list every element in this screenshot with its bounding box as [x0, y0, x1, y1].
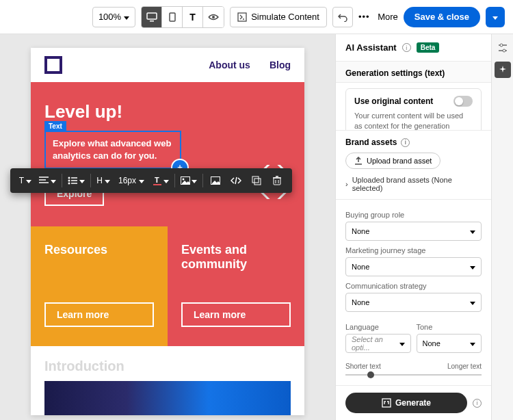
insert-image-button[interactable] — [206, 171, 225, 190]
zoom-select[interactable]: 100% — [92, 7, 135, 27]
text-editor-toolbar: T H 16px T — [10, 168, 292, 193]
svg-point-18 — [183, 179, 185, 181]
cards-row: Resources Learn more Events and communit… — [31, 226, 304, 346]
list-button[interactable] — [65, 171, 88, 190]
image-button[interactable] — [178, 171, 200, 190]
brand-assets-title: Brand assetsi — [345, 137, 482, 147]
svg-point-11 — [68, 180, 70, 182]
beta-badge: Beta — [417, 42, 440, 53]
code-button[interactable] — [226, 171, 246, 190]
ai-assistant-panel: AI Assistant i Beta Generation settings … — [335, 34, 491, 420]
generate-button[interactable]: Generate — [345, 393, 467, 413]
language-label: Language — [345, 323, 411, 331]
right-rail — [491, 34, 513, 420]
align-button[interactable] — [36, 171, 59, 190]
rail-settings-button[interactable] — [495, 40, 511, 56]
logo-icon — [44, 56, 62, 74]
journey-select[interactable]: None — [345, 257, 482, 276]
resources-card: Resources Learn more — [31, 226, 168, 346]
device-group: T — [141, 6, 224, 28]
tone-select[interactable]: None — [417, 334, 482, 353]
font-size-select[interactable]: 16px — [114, 176, 148, 185]
events-title: Events and community — [181, 243, 291, 272]
info-icon[interactable]: i — [401, 138, 410, 147]
delete-button[interactable] — [267, 171, 287, 190]
device-mobile-button[interactable] — [162, 7, 183, 27]
nav-about[interactable]: About us — [209, 60, 250, 70]
resources-title: Resources — [44, 243, 154, 257]
svg-rect-0 — [147, 13, 157, 19]
events-cta[interactable]: Learn more — [181, 302, 291, 327]
hero-section: Level up! Text Explore what advanced web… — [31, 82, 304, 226]
canvas: About us Blog Level up! Text Explore wha… — [0, 34, 335, 420]
text-tag: Text — [44, 121, 66, 132]
page-frame: About us Blog Level up! Text Explore wha… — [31, 48, 304, 415]
heading-button[interactable]: H — [94, 171, 113, 190]
gen-settings-title: Generation settings (text) — [336, 62, 491, 83]
svg-rect-22 — [274, 178, 280, 185]
text-style-button[interactable]: T — [16, 171, 35, 190]
page-header: About us Blog — [31, 48, 304, 82]
rail-ai-button[interactable] — [495, 62, 511, 78]
intro-image — [44, 381, 291, 415]
nav-blog[interactable]: Blog — [269, 60, 291, 70]
language-select[interactable]: Select an opti... — [345, 334, 411, 353]
upload-brand-button[interactable]: Upload brand asset — [345, 153, 440, 169]
use-original-toggle[interactable] — [453, 96, 473, 107]
svg-text:T: T — [155, 176, 159, 184]
svg-point-9 — [68, 177, 70, 179]
buying-label: Buying group role — [345, 211, 482, 219]
svg-rect-16 — [153, 184, 161, 185]
slider-shorter-label: Shorter text — [345, 363, 381, 370]
slider-longer-label: Longer text — [447, 363, 482, 370]
svg-point-32 — [500, 44, 503, 47]
intro-section: Introduction — [31, 346, 304, 381]
intro-title: Introduction — [44, 358, 291, 374]
device-desktop-button[interactable] — [142, 7, 162, 27]
use-original-label: Use original content — [354, 96, 433, 106]
top-toolbar: 100% T Simulate Content ••• More Save & … — [0, 0, 513, 34]
svg-rect-21 — [254, 179, 261, 185]
uploaded-assets-row[interactable]: Uploaded brand assets (None selected) — [345, 176, 482, 192]
save-close-button[interactable]: Save & close — [404, 7, 480, 27]
panel-title: AI Assistant — [345, 42, 397, 53]
length-slider[interactable] — [345, 374, 482, 376]
hero-text-block[interactable]: Text Explore what advanced web analytics… — [44, 131, 181, 169]
use-original-desc: Your current content will be used as con… — [354, 111, 473, 130]
tone-label: Tone — [417, 323, 482, 331]
buying-select[interactable]: None — [345, 222, 482, 241]
svg-point-34 — [503, 49, 505, 52]
device-text-button[interactable]: T — [183, 7, 203, 27]
strategy-select[interactable]: None — [345, 293, 482, 312]
duplicate-button[interactable] — [247, 171, 266, 190]
strategy-label: Communication strategy — [345, 282, 482, 290]
svg-rect-2 — [170, 13, 175, 21]
device-preview-button[interactable] — [203, 7, 224, 27]
svg-point-3 — [212, 16, 215, 18]
save-dropdown[interactable] — [486, 7, 505, 27]
info-icon[interactable]: i — [473, 399, 482, 408]
simulate-content-button[interactable]: Simulate Content — [230, 7, 327, 27]
svg-point-13 — [68, 183, 70, 185]
svg-rect-30 — [382, 399, 391, 407]
svg-rect-20 — [252, 176, 259, 183]
journey-label: Marketing journey stage — [345, 246, 482, 254]
undo-button[interactable] — [332, 7, 353, 27]
svg-rect-1 — [150, 21, 154, 22]
events-card: Events and community Learn more — [168, 226, 304, 346]
hero-title: Level up! — [44, 101, 291, 122]
info-icon[interactable]: i — [402, 43, 411, 52]
resources-cta[interactable]: Learn more — [44, 302, 154, 327]
more-button[interactable]: ••• More — [358, 7, 398, 27]
text-color-button[interactable]: T — [150, 171, 172, 190]
